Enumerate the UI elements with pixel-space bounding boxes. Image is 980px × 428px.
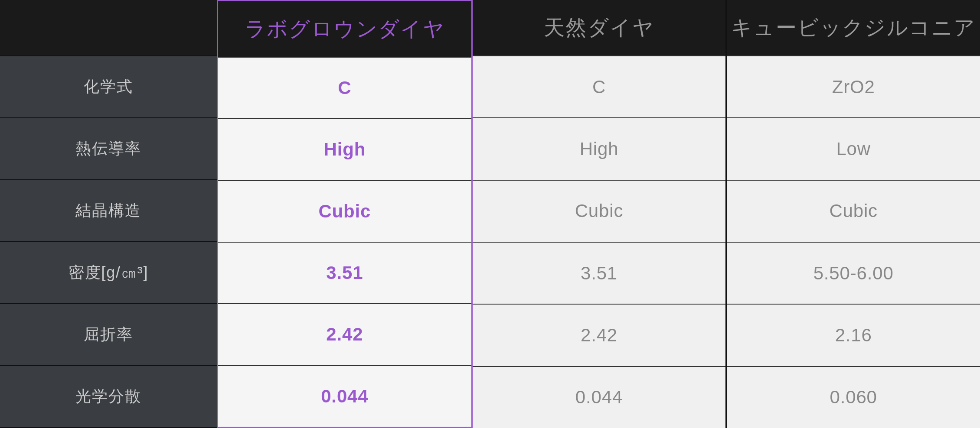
value-lgd-optical-dispersion: 0.044 bbox=[321, 386, 368, 407]
header-natural-diamond: 天然ダイヤ bbox=[473, 0, 726, 56]
row-label-density: 密度[g/㎝³] bbox=[0, 242, 217, 304]
row-label-chemical-formula: 化学式 bbox=[0, 56, 217, 118]
column-cubic-zirconia: キュービックジルコニア ZrO2 Low Cubic 5.50-6.00 2.1… bbox=[727, 0, 980, 428]
row-label-crystal-structure: 結晶構造 bbox=[0, 180, 217, 242]
data-columns: ラボグロウンダイヤ C High Cubic 3.51 2.42 0.044 bbox=[217, 0, 980, 428]
cell-lgd-refractive-index: 2.42 bbox=[218, 304, 471, 366]
comparison-table: 化学式 熱伝導率 結晶構造 密度[g/㎝³] 屈折率 光学分散 ラボグロウンダイ… bbox=[0, 0, 980, 428]
value-nd-optical-dispersion: 0.044 bbox=[575, 387, 623, 408]
cell-nd-thermal-conductivity: High bbox=[473, 118, 726, 180]
cell-nd-density: 3.51 bbox=[473, 243, 726, 305]
value-nd-density: 3.51 bbox=[581, 263, 617, 284]
value-lgd-density: 3.51 bbox=[326, 263, 363, 283]
value-lgd-chemical-formula: C bbox=[338, 78, 351, 98]
header-title-natural-diamond: 天然ダイヤ bbox=[544, 14, 654, 42]
value-cz-thermal-conductivity: Low bbox=[836, 139, 871, 159]
cell-lgd-thermal-conductivity: High bbox=[218, 119, 471, 181]
cell-lgd-optical-dispersion: 0.044 bbox=[218, 366, 471, 427]
row-label-refractive-index: 屈折率 bbox=[0, 304, 217, 366]
value-nd-refractive-index: 2.42 bbox=[581, 325, 617, 346]
cell-cz-thermal-conductivity: Low bbox=[727, 118, 980, 180]
header-lab-grown-diamond: ラボグロウンダイヤ bbox=[218, 1, 471, 58]
cell-cz-chemical-formula: ZrO2 bbox=[727, 56, 980, 118]
value-nd-crystal-structure: Cubic bbox=[575, 201, 624, 221]
header-cubic-zirconia: キュービックジルコニア bbox=[727, 0, 980, 56]
cell-cz-optical-dispersion: 0.060 bbox=[727, 367, 980, 428]
cell-lgd-chemical-formula: C bbox=[218, 58, 471, 119]
cell-nd-optical-dispersion: 0.044 bbox=[473, 367, 726, 428]
value-cz-density: 5.50-6.00 bbox=[813, 263, 894, 284]
header-title-lab-grown-diamond: ラボグロウンダイヤ bbox=[245, 15, 445, 43]
value-nd-chemical-formula: C bbox=[592, 77, 606, 97]
value-cz-refractive-index: 2.16 bbox=[835, 325, 872, 346]
cell-lgd-crystal-structure: Cubic bbox=[218, 181, 471, 243]
value-cz-optical-dispersion: 0.060 bbox=[830, 387, 877, 408]
cell-nd-refractive-index: 2.42 bbox=[473, 305, 726, 366]
row-labels-column: 化学式 熱伝導率 結晶構造 密度[g/㎝³] 屈折率 光学分散 bbox=[0, 0, 217, 428]
cell-nd-crystal-structure: Cubic bbox=[473, 181, 726, 243]
cell-cz-crystal-structure: Cubic bbox=[727, 181, 980, 243]
row-label-optical-dispersion: 光学分散 bbox=[0, 366, 217, 428]
cell-cz-refractive-index: 2.16 bbox=[727, 305, 980, 366]
header-title-cubic-zirconia: キュービックジルコニア bbox=[731, 14, 976, 42]
labels-header bbox=[0, 0, 217, 56]
value-lgd-thermal-conductivity: High bbox=[324, 139, 366, 160]
column-lab-grown-diamond: ラボグロウンダイヤ C High Cubic 3.51 2.42 0.044 bbox=[217, 0, 473, 428]
column-natural-diamond: 天然ダイヤ C High Cubic 3.51 2.42 0.044 bbox=[473, 0, 727, 428]
value-nd-thermal-conductivity: High bbox=[580, 139, 619, 159]
value-lgd-refractive-index: 2.42 bbox=[326, 324, 363, 345]
cell-nd-chemical-formula: C bbox=[473, 56, 726, 118]
row-label-thermal-conductivity: 熱伝導率 bbox=[0, 118, 217, 180]
value-cz-crystal-structure: Cubic bbox=[829, 201, 878, 221]
value-lgd-crystal-structure: Cubic bbox=[318, 201, 371, 222]
cell-lgd-density: 3.51 bbox=[218, 243, 471, 304]
value-cz-chemical-formula: ZrO2 bbox=[832, 77, 875, 97]
cell-cz-density: 5.50-6.00 bbox=[727, 243, 980, 305]
